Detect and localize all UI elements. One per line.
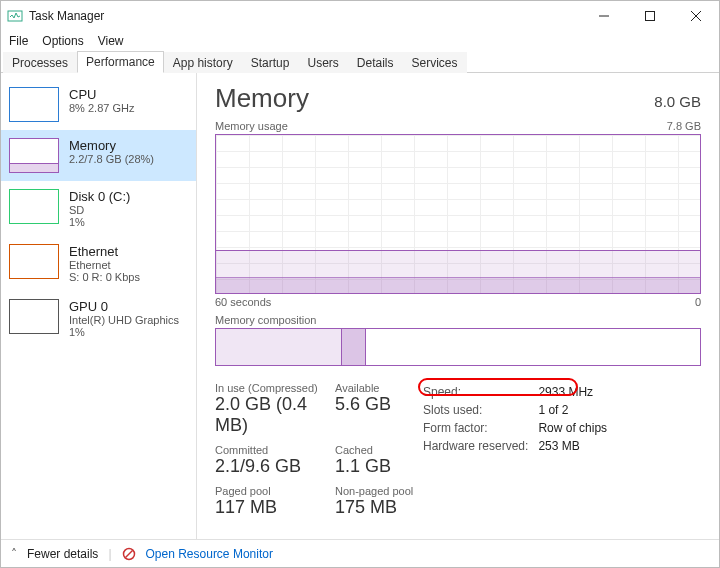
cpu-title: CPU <box>69 87 134 102</box>
committed-value: 2.1/9.6 GB <box>215 456 335 477</box>
resource-monitor-icon <box>122 547 136 561</box>
available-value: 5.6 GB <box>335 394 415 415</box>
usage-max: 7.8 GB <box>667 120 701 132</box>
npaged-value: 175 MB <box>335 497 415 518</box>
svg-rect-2 <box>646 12 655 21</box>
slots-label: Slots used: <box>423 402 536 418</box>
axis-right: 0 <box>695 296 701 308</box>
svg-line-6 <box>125 550 132 557</box>
main-panel: Memory 8.0 GB Memory usage 7.8 GB 60 sec… <box>197 73 719 539</box>
tab-processes[interactable]: Processes <box>3 52 77 73</box>
memory-capacity: 8.0 GB <box>654 93 701 110</box>
sidebar-item-disk[interactable]: Disk 0 (C:) SD 1% <box>1 181 196 236</box>
disk-sub2: 1% <box>69 216 130 228</box>
memory-thumbnail <box>9 138 59 173</box>
paged-value: 117 MB <box>215 497 335 518</box>
gpu-sub2: 1% <box>69 326 179 338</box>
footer-bar: ˄ Fewer details | Open Resource Monitor <box>1 539 719 567</box>
ethernet-thumbnail <box>9 244 59 279</box>
fewer-details-link[interactable]: Fewer details <box>27 547 98 561</box>
cached-value: 1.1 GB <box>335 456 415 477</box>
minimize-button[interactable] <box>581 1 627 31</box>
disk-thumbnail <box>9 189 59 224</box>
disk-sub: SD <box>69 204 130 216</box>
inuse-label: In use (Compressed) <box>215 382 335 394</box>
app-icon <box>7 8 23 24</box>
memory-title: Memory <box>69 138 154 153</box>
page-title: Memory <box>215 83 309 114</box>
disk-title: Disk 0 (C:) <box>69 189 130 204</box>
sidebar-item-ethernet[interactable]: Ethernet Ethernet S: 0 R: 0 Kbps <box>1 236 196 291</box>
tab-users[interactable]: Users <box>298 52 347 73</box>
cpu-sub: 8% 2.87 GHz <box>69 102 134 114</box>
npaged-label: Non-paged pool <box>335 485 415 497</box>
axis-left: 60 seconds <box>215 296 271 308</box>
memory-usage-graph <box>215 134 701 294</box>
eth-sub: Ethernet <box>69 259 140 271</box>
composition-label: Memory composition <box>215 314 701 326</box>
hwres-value: 253 MB <box>538 438 615 454</box>
maximize-button[interactable] <box>627 1 673 31</box>
open-resource-monitor-link[interactable]: Open Resource Monitor <box>146 547 273 561</box>
form-value: Row of chips <box>538 420 615 436</box>
gpu-thumbnail <box>9 299 59 334</box>
tab-performance[interactable]: Performance <box>77 51 164 73</box>
usage-label: Memory usage <box>215 120 288 132</box>
gpu-title: GPU 0 <box>69 299 179 314</box>
gpu-sub: Intel(R) UHD Graphics <box>69 314 179 326</box>
sidebar-item-memory[interactable]: Memory 2.2/7.8 GB (28%) <box>1 130 196 181</box>
eth-title: Ethernet <box>69 244 140 259</box>
tab-app-history[interactable]: App history <box>164 52 242 73</box>
tab-startup[interactable]: Startup <box>242 52 299 73</box>
form-label: Form factor: <box>423 420 536 436</box>
tab-details[interactable]: Details <box>348 52 403 73</box>
menu-bar: File Options View <box>1 31 719 51</box>
cpu-thumbnail <box>9 87 59 122</box>
menu-options[interactable]: Options <box>42 34 83 48</box>
sidebar-item-cpu[interactable]: CPU 8% 2.87 GHz <box>1 79 196 130</box>
slots-value: 1 of 2 <box>538 402 615 418</box>
available-label: Available <box>335 382 415 394</box>
committed-label: Committed <box>215 444 335 456</box>
memory-composition-graph <box>215 328 701 366</box>
hwres-label: Hardware reserved: <box>423 438 536 454</box>
paged-label: Paged pool <box>215 485 335 497</box>
menu-file[interactable]: File <box>9 34 28 48</box>
tab-bar: Processes Performance App history Startu… <box>1 51 719 73</box>
close-button[interactable] <box>673 1 719 31</box>
tab-services[interactable]: Services <box>403 52 467 73</box>
window-title: Task Manager <box>29 9 104 23</box>
title-bar: Task Manager <box>1 1 719 31</box>
highlight-annotation <box>418 378 578 396</box>
memory-sub: 2.2/7.8 GB (28%) <box>69 153 154 165</box>
menu-view[interactable]: View <box>98 34 124 48</box>
eth-sub2: S: 0 R: 0 Kbps <box>69 271 140 283</box>
performance-sidebar: CPU 8% 2.87 GHz Memory 2.2/7.8 GB (28%) … <box>1 73 197 539</box>
sidebar-item-gpu[interactable]: GPU 0 Intel(R) UHD Graphics 1% <box>1 291 196 346</box>
cached-label: Cached <box>335 444 415 456</box>
chevron-up-icon: ˄ <box>11 547 17 561</box>
inuse-value: 2.0 GB (0.4 MB) <box>215 394 335 436</box>
